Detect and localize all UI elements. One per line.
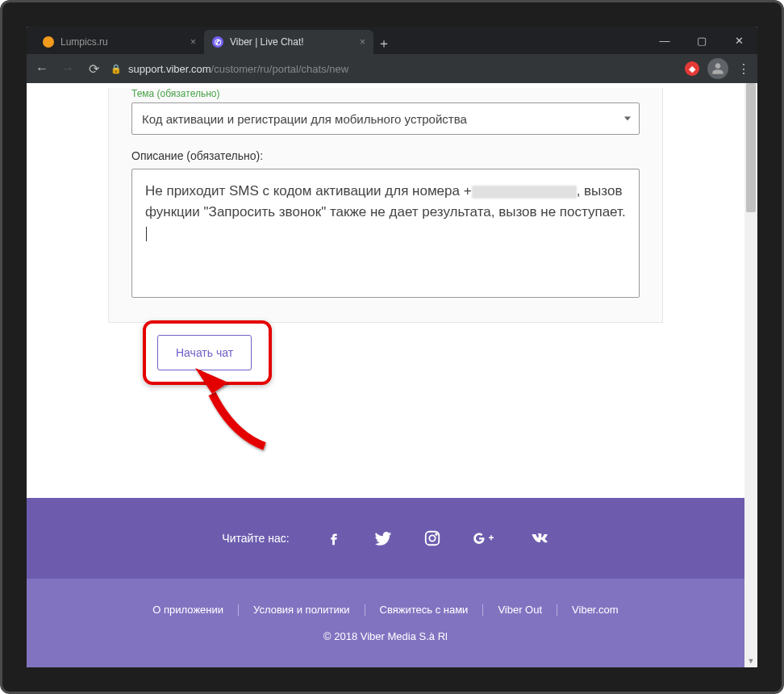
subject-select[interactable]: Код активации и регистрации для мобильно… — [131, 102, 640, 135]
subject-value: Код активации и регистрации для мобильно… — [142, 112, 467, 126]
scroll-down-button[interactable]: ▼ — [744, 654, 757, 667]
url-host: support.viber.com — [128, 63, 211, 75]
facebook-icon[interactable] — [325, 529, 343, 547]
url-path: /customer/ru/portal/chats/new — [211, 63, 349, 75]
svg-point-3 — [436, 533, 437, 535]
window-controls: — ▢ ✕ — [646, 27, 757, 54]
tab-lumpics[interactable]: Lumpics.ru × — [35, 30, 204, 54]
footer-link-contact[interactable]: Свяжитесь с нами — [367, 604, 482, 616]
footer-links: О приложении Условия и политики Свяжитес… — [140, 604, 631, 616]
forward-button[interactable]: → — [59, 61, 77, 76]
footer-link-about[interactable]: О приложении — [140, 604, 236, 616]
page-content: Тема (обязательно) Код активации и регис… — [27, 83, 757, 667]
browser-window-frame: Lumpics.ru × ✆ Viber | Live Chat! × ＋ — … — [0, 0, 784, 694]
footer-link-terms[interactable]: Условия и политики — [240, 604, 363, 616]
vertical-scrollbar[interactable]: ▲ ▼ — [744, 83, 757, 667]
svg-marker-0 — [195, 368, 228, 394]
reload-button[interactable]: ⟳ — [85, 61, 102, 77]
footer-social-bar: Читайте нас: — [27, 498, 744, 579]
browser-toolbar: ← → ⟳ 🔒 support.viber.com/customer/ru/po… — [27, 54, 757, 83]
footer-read-us: Читайте нас: — [222, 532, 289, 545]
favicon-lumpics — [43, 36, 54, 48]
twitter-icon[interactable] — [373, 529, 393, 548]
footer-bottom: О приложении Условия и политики Свяжитес… — [27, 579, 744, 667]
tab-label: Viber | Live Chat! — [230, 36, 304, 48]
tab-label: Lumpics.ru — [60, 36, 108, 48]
maximize-button[interactable]: ▢ — [683, 27, 720, 54]
favicon-viber: ✆ — [212, 36, 223, 48]
svg-point-2 — [429, 535, 435, 541]
redacted-phone — [472, 186, 577, 199]
extension-icon[interactable]: ◆ — [685, 61, 699, 76]
new-tab-button[interactable]: ＋ — [373, 33, 394, 54]
profile-avatar[interactable] — [707, 58, 728, 79]
scroll-thumb[interactable] — [746, 83, 756, 212]
minimize-button[interactable]: — — [646, 27, 683, 54]
close-icon[interactable]: × — [360, 36, 365, 48]
google-plus-icon[interactable] — [472, 529, 496, 547]
back-button[interactable]: ← — [33, 61, 51, 76]
subject-label: Тема (обязательно) — [131, 88, 640, 99]
footer-link-viber-com[interactable]: Viber.com — [559, 604, 632, 616]
description-text-part1: Не приходит SMS с кодом активации для но… — [145, 183, 472, 199]
lock-icon: 🔒 — [111, 64, 122, 74]
close-window-button[interactable]: ✕ — [720, 27, 757, 54]
address-bar[interactable]: 🔒 support.viber.com/customer/ru/portal/c… — [111, 63, 677, 75]
vk-icon[interactable] — [527, 529, 549, 547]
description-label: Описание (обязательно): — [131, 149, 640, 162]
text-cursor — [146, 227, 147, 241]
close-icon[interactable]: × — [190, 36, 196, 48]
annotation-arrow — [184, 362, 281, 458]
page-footer: Читайте нас: — [27, 498, 744, 667]
description-textarea[interactable]: Не приходит SMS с кодом активации для но… — [131, 169, 640, 298]
start-chat-button[interactable]: Начать чат — [157, 335, 252, 370]
kebab-menu[interactable]: ⋮ — [736, 61, 751, 77]
instagram-icon[interactable] — [423, 529, 441, 547]
tab-viber[interactable]: ✆ Viber | Live Chat! × — [204, 30, 373, 54]
footer-link-viber-out[interactable]: Viber Out — [485, 604, 555, 616]
footer-copyright: © 2018 Viber Media S.à Rl — [323, 630, 448, 642]
support-form: Тема (обязательно) Код активации и регис… — [108, 88, 663, 323]
start-chat-label: Начать чат — [176, 346, 233, 359]
browser-titlebar: Lumpics.ru × ✆ Viber | Live Chat! × ＋ — … — [27, 27, 757, 54]
